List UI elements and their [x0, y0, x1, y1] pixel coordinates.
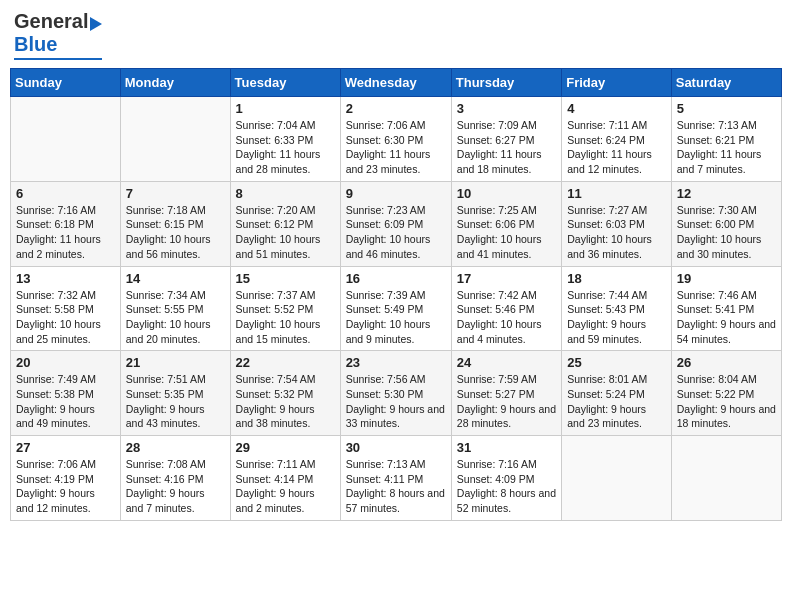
- page-header: General Blue: [10, 10, 782, 60]
- calendar-day-cell: 1Sunrise: 7:04 AMSunset: 6:33 PMDaylight…: [230, 97, 340, 182]
- day-number: 1: [236, 101, 335, 116]
- header-day-thursday: Thursday: [451, 69, 561, 97]
- calendar-day-cell: 31Sunrise: 7:16 AMSunset: 4:09 PMDayligh…: [451, 436, 561, 521]
- calendar-week-row: 1Sunrise: 7:04 AMSunset: 6:33 PMDaylight…: [11, 97, 782, 182]
- day-detail: Sunrise: 7:42 AMSunset: 5:46 PMDaylight:…: [457, 288, 556, 347]
- calendar-day-cell: 8Sunrise: 7:20 AMSunset: 6:12 PMDaylight…: [230, 181, 340, 266]
- day-detail: Sunrise: 7:44 AMSunset: 5:43 PMDaylight:…: [567, 288, 666, 347]
- calendar-day-cell: 16Sunrise: 7:39 AMSunset: 5:49 PMDayligh…: [340, 266, 451, 351]
- calendar-day-cell: 10Sunrise: 7:25 AMSunset: 6:06 PMDayligh…: [451, 181, 561, 266]
- header-day-sunday: Sunday: [11, 69, 121, 97]
- day-detail: Sunrise: 7:49 AMSunset: 5:38 PMDaylight:…: [16, 372, 115, 431]
- day-detail: Sunrise: 7:16 AMSunset: 4:09 PMDaylight:…: [457, 457, 556, 516]
- calendar-day-cell: 4Sunrise: 7:11 AMSunset: 6:24 PMDaylight…: [562, 97, 672, 182]
- day-number: 31: [457, 440, 556, 455]
- calendar-header-row: SundayMondayTuesdayWednesdayThursdayFrid…: [11, 69, 782, 97]
- calendar-day-cell: 7Sunrise: 7:18 AMSunset: 6:15 PMDaylight…: [120, 181, 230, 266]
- day-detail: Sunrise: 7:16 AMSunset: 6:18 PMDaylight:…: [16, 203, 115, 262]
- calendar-week-row: 27Sunrise: 7:06 AMSunset: 4:19 PMDayligh…: [11, 436, 782, 521]
- calendar-day-cell: 24Sunrise: 7:59 AMSunset: 5:27 PMDayligh…: [451, 351, 561, 436]
- day-detail: Sunrise: 7:20 AMSunset: 6:12 PMDaylight:…: [236, 203, 335, 262]
- day-number: 17: [457, 271, 556, 286]
- calendar-day-cell: 5Sunrise: 7:13 AMSunset: 6:21 PMDaylight…: [671, 97, 781, 182]
- day-detail: Sunrise: 7:30 AMSunset: 6:00 PMDaylight:…: [677, 203, 776, 262]
- day-detail: Sunrise: 7:39 AMSunset: 5:49 PMDaylight:…: [346, 288, 446, 347]
- day-number: 6: [16, 186, 115, 201]
- day-number: 28: [126, 440, 225, 455]
- day-detail: Sunrise: 7:59 AMSunset: 5:27 PMDaylight:…: [457, 372, 556, 431]
- calendar-day-cell: [120, 97, 230, 182]
- day-number: 16: [346, 271, 446, 286]
- day-detail: Sunrise: 7:51 AMSunset: 5:35 PMDaylight:…: [126, 372, 225, 431]
- day-number: 8: [236, 186, 335, 201]
- calendar-day-cell: 13Sunrise: 7:32 AMSunset: 5:58 PMDayligh…: [11, 266, 121, 351]
- day-number: 18: [567, 271, 666, 286]
- day-number: 22: [236, 355, 335, 370]
- day-detail: Sunrise: 7:08 AMSunset: 4:16 PMDaylight:…: [126, 457, 225, 516]
- header-day-saturday: Saturday: [671, 69, 781, 97]
- calendar-day-cell: 14Sunrise: 7:34 AMSunset: 5:55 PMDayligh…: [120, 266, 230, 351]
- day-number: 3: [457, 101, 556, 116]
- calendar-day-cell: 26Sunrise: 8:04 AMSunset: 5:22 PMDayligh…: [671, 351, 781, 436]
- day-detail: Sunrise: 7:18 AMSunset: 6:15 PMDaylight:…: [126, 203, 225, 262]
- logo: General Blue: [14, 10, 102, 60]
- day-detail: Sunrise: 7:32 AMSunset: 5:58 PMDaylight:…: [16, 288, 115, 347]
- day-number: 11: [567, 186, 666, 201]
- day-detail: Sunrise: 7:11 AMSunset: 4:14 PMDaylight:…: [236, 457, 335, 516]
- day-detail: Sunrise: 7:09 AMSunset: 6:27 PMDaylight:…: [457, 118, 556, 177]
- day-detail: Sunrise: 7:11 AMSunset: 6:24 PMDaylight:…: [567, 118, 666, 177]
- day-number: 23: [346, 355, 446, 370]
- day-detail: Sunrise: 7:13 AMSunset: 4:11 PMDaylight:…: [346, 457, 446, 516]
- calendar-day-cell: 28Sunrise: 7:08 AMSunset: 4:16 PMDayligh…: [120, 436, 230, 521]
- calendar-day-cell: 22Sunrise: 7:54 AMSunset: 5:32 PMDayligh…: [230, 351, 340, 436]
- header-day-friday: Friday: [562, 69, 672, 97]
- header-day-monday: Monday: [120, 69, 230, 97]
- calendar-day-cell: [11, 97, 121, 182]
- day-detail: Sunrise: 7:04 AMSunset: 6:33 PMDaylight:…: [236, 118, 335, 177]
- calendar-day-cell: 19Sunrise: 7:46 AMSunset: 5:41 PMDayligh…: [671, 266, 781, 351]
- calendar-day-cell: 9Sunrise: 7:23 AMSunset: 6:09 PMDaylight…: [340, 181, 451, 266]
- day-number: 10: [457, 186, 556, 201]
- calendar-day-cell: 11Sunrise: 7:27 AMSunset: 6:03 PMDayligh…: [562, 181, 672, 266]
- calendar-day-cell: 6Sunrise: 7:16 AMSunset: 6:18 PMDaylight…: [11, 181, 121, 266]
- day-detail: Sunrise: 7:37 AMSunset: 5:52 PMDaylight:…: [236, 288, 335, 347]
- header-day-tuesday: Tuesday: [230, 69, 340, 97]
- calendar-day-cell: 30Sunrise: 7:13 AMSunset: 4:11 PMDayligh…: [340, 436, 451, 521]
- header-day-wednesday: Wednesday: [340, 69, 451, 97]
- calendar-week-row: 6Sunrise: 7:16 AMSunset: 6:18 PMDaylight…: [11, 181, 782, 266]
- day-number: 30: [346, 440, 446, 455]
- day-detail: Sunrise: 8:04 AMSunset: 5:22 PMDaylight:…: [677, 372, 776, 431]
- calendar-day-cell: 20Sunrise: 7:49 AMSunset: 5:38 PMDayligh…: [11, 351, 121, 436]
- day-detail: Sunrise: 7:25 AMSunset: 6:06 PMDaylight:…: [457, 203, 556, 262]
- calendar-day-cell: [671, 436, 781, 521]
- day-number: 27: [16, 440, 115, 455]
- day-number: 20: [16, 355, 115, 370]
- day-number: 9: [346, 186, 446, 201]
- calendar-day-cell: 25Sunrise: 8:01 AMSunset: 5:24 PMDayligh…: [562, 351, 672, 436]
- day-number: 7: [126, 186, 225, 201]
- day-detail: Sunrise: 7:06 AMSunset: 6:30 PMDaylight:…: [346, 118, 446, 177]
- calendar-day-cell: 21Sunrise: 7:51 AMSunset: 5:35 PMDayligh…: [120, 351, 230, 436]
- day-number: 19: [677, 271, 776, 286]
- day-detail: Sunrise: 7:13 AMSunset: 6:21 PMDaylight:…: [677, 118, 776, 177]
- day-detail: Sunrise: 7:54 AMSunset: 5:32 PMDaylight:…: [236, 372, 335, 431]
- calendar-day-cell: 29Sunrise: 7:11 AMSunset: 4:14 PMDayligh…: [230, 436, 340, 521]
- calendar-day-cell: 2Sunrise: 7:06 AMSunset: 6:30 PMDaylight…: [340, 97, 451, 182]
- day-number: 15: [236, 271, 335, 286]
- calendar-day-cell: [562, 436, 672, 521]
- calendar-day-cell: 18Sunrise: 7:44 AMSunset: 5:43 PMDayligh…: [562, 266, 672, 351]
- calendar-day-cell: 23Sunrise: 7:56 AMSunset: 5:30 PMDayligh…: [340, 351, 451, 436]
- day-number: 13: [16, 271, 115, 286]
- day-number: 14: [126, 271, 225, 286]
- day-number: 4: [567, 101, 666, 116]
- calendar-day-cell: 17Sunrise: 7:42 AMSunset: 5:46 PMDayligh…: [451, 266, 561, 351]
- day-detail: Sunrise: 7:56 AMSunset: 5:30 PMDaylight:…: [346, 372, 446, 431]
- day-number: 24: [457, 355, 556, 370]
- calendar-day-cell: 15Sunrise: 7:37 AMSunset: 5:52 PMDayligh…: [230, 266, 340, 351]
- calendar-day-cell: 27Sunrise: 7:06 AMSunset: 4:19 PMDayligh…: [11, 436, 121, 521]
- day-detail: Sunrise: 7:34 AMSunset: 5:55 PMDaylight:…: [126, 288, 225, 347]
- day-number: 5: [677, 101, 776, 116]
- day-number: 12: [677, 186, 776, 201]
- calendar-week-row: 13Sunrise: 7:32 AMSunset: 5:58 PMDayligh…: [11, 266, 782, 351]
- calendar-day-cell: 3Sunrise: 7:09 AMSunset: 6:27 PMDaylight…: [451, 97, 561, 182]
